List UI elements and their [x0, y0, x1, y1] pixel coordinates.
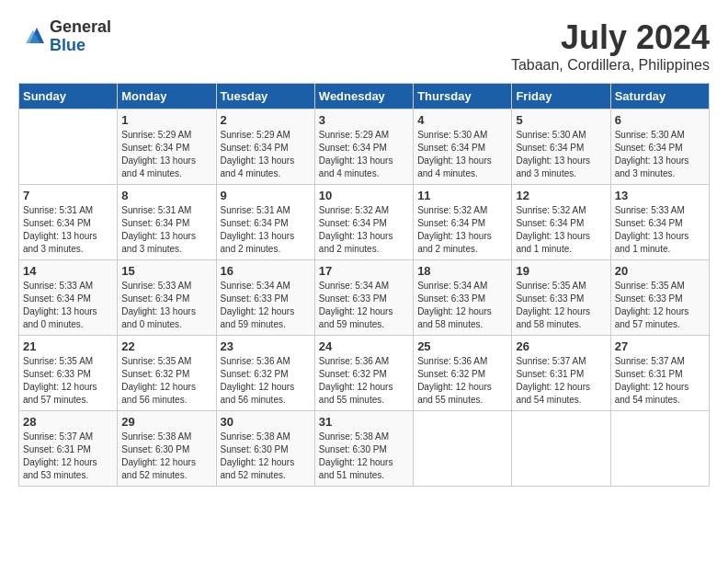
day-info: Sunrise: 5:29 AMSunset: 6:34 PMDaylight:…	[221, 129, 311, 180]
logo-icon	[18, 23, 46, 51]
page-header: General Blue July 2024 Tabaan, Cordiller…	[18, 18, 710, 74]
calendar-cell: 17Sunrise: 5:34 AMSunset: 6:33 PMDayligh…	[314, 260, 413, 336]
calendar-cell: 25Sunrise: 5:36 AMSunset: 6:32 PMDayligh…	[414, 336, 512, 411]
calendar-cell	[19, 109, 118, 185]
day-info: Sunrise: 5:37 AMSunset: 6:31 PMDaylight:…	[516, 355, 606, 407]
day-info: Sunrise: 5:30 AMSunset: 6:34 PMDaylight:…	[516, 129, 606, 180]
calendar-cell	[512, 411, 610, 487]
calendar-cell: 30Sunrise: 5:38 AMSunset: 6:30 PMDayligh…	[216, 411, 314, 487]
calendar-cell: 8Sunrise: 5:31 AMSunset: 6:34 PMDaylight…	[118, 185, 216, 260]
day-number: 10	[319, 189, 409, 202]
day-number: 6	[615, 113, 705, 127]
calendar-cell: 3Sunrise: 5:29 AMSunset: 6:34 PMDaylight…	[314, 109, 413, 185]
day-number: 22	[121, 339, 211, 353]
calendar-week-row: 14Sunrise: 5:33 AMSunset: 6:34 PMDayligh…	[19, 260, 710, 336]
calendar-cell: 5Sunrise: 5:30 AMSunset: 6:34 PMDaylight…	[512, 109, 610, 185]
calendar-week-row: 28Sunrise: 5:37 AMSunset: 6:31 PMDayligh…	[19, 411, 710, 487]
logo-text: General Blue	[50, 18, 111, 55]
day-number: 13	[615, 189, 705, 202]
day-info: Sunrise: 5:33 AMSunset: 6:34 PMDaylight:…	[23, 280, 113, 331]
day-info: Sunrise: 5:34 AMSunset: 6:33 PMDaylight:…	[417, 280, 507, 331]
calendar-table: Sunday Monday Tuesday Wednesday Thursday…	[18, 83, 710, 487]
calendar-cell: 22Sunrise: 5:35 AMSunset: 6:32 PMDayligh…	[118, 336, 216, 411]
calendar-cell: 4Sunrise: 5:30 AMSunset: 6:34 PMDaylight…	[414, 109, 512, 185]
day-number: 18	[417, 264, 507, 278]
day-info: Sunrise: 5:35 AMSunset: 6:32 PMDaylight:…	[121, 355, 211, 407]
day-info: Sunrise: 5:37 AMSunset: 6:31 PMDaylight:…	[23, 431, 113, 482]
day-number: 5	[516, 113, 606, 127]
day-number: 24	[319, 339, 409, 353]
calendar-cell: 9Sunrise: 5:31 AMSunset: 6:34 PMDaylight…	[216, 185, 314, 260]
col-friday: Friday	[512, 84, 610, 109]
calendar-cell	[414, 411, 512, 487]
day-info: Sunrise: 5:32 AMSunset: 6:34 PMDaylight:…	[516, 204, 606, 256]
day-number: 25	[417, 339, 507, 353]
day-info: Sunrise: 5:35 AMSunset: 6:33 PMDaylight:…	[615, 280, 705, 331]
day-number: 1	[121, 113, 211, 127]
day-info: Sunrise: 5:34 AMSunset: 6:33 PMDaylight:…	[319, 280, 409, 331]
calendar-cell: 16Sunrise: 5:34 AMSunset: 6:33 PMDayligh…	[216, 260, 314, 336]
day-info: Sunrise: 5:33 AMSunset: 6:34 PMDaylight:…	[121, 280, 211, 331]
day-number: 9	[221, 189, 311, 202]
day-info: Sunrise: 5:34 AMSunset: 6:33 PMDaylight:…	[221, 280, 311, 331]
day-info: Sunrise: 5:36 AMSunset: 6:32 PMDaylight:…	[221, 355, 311, 407]
col-sunday: Sunday	[19, 84, 118, 109]
calendar-cell: 19Sunrise: 5:35 AMSunset: 6:33 PMDayligh…	[512, 260, 610, 336]
day-info: Sunrise: 5:32 AMSunset: 6:34 PMDaylight:…	[417, 204, 507, 256]
calendar-cell: 2Sunrise: 5:29 AMSunset: 6:34 PMDaylight…	[216, 109, 314, 185]
day-info: Sunrise: 5:30 AMSunset: 6:34 PMDaylight:…	[417, 129, 507, 180]
calendar-cell: 13Sunrise: 5:33 AMSunset: 6:34 PMDayligh…	[610, 185, 709, 260]
day-number: 11	[417, 189, 507, 202]
day-number: 12	[516, 189, 606, 202]
day-number: 17	[319, 264, 409, 278]
calendar-cell: 23Sunrise: 5:36 AMSunset: 6:32 PMDayligh…	[216, 336, 314, 411]
calendar-body: 1Sunrise: 5:29 AMSunset: 6:34 PMDaylight…	[19, 109, 710, 487]
day-info: Sunrise: 5:37 AMSunset: 6:31 PMDaylight:…	[615, 355, 705, 407]
calendar-cell: 10Sunrise: 5:32 AMSunset: 6:34 PMDayligh…	[314, 185, 413, 260]
day-number: 29	[121, 415, 211, 429]
day-info: Sunrise: 5:30 AMSunset: 6:34 PMDaylight:…	[615, 129, 705, 180]
col-tuesday: Tuesday	[216, 84, 314, 109]
calendar-cell: 20Sunrise: 5:35 AMSunset: 6:33 PMDayligh…	[610, 260, 709, 336]
day-number: 8	[121, 189, 211, 202]
day-info: Sunrise: 5:33 AMSunset: 6:34 PMDaylight:…	[615, 204, 705, 256]
day-info: Sunrise: 5:38 AMSunset: 6:30 PMDaylight:…	[319, 431, 409, 482]
day-info: Sunrise: 5:36 AMSunset: 6:32 PMDaylight:…	[319, 355, 409, 407]
calendar-cell: 15Sunrise: 5:33 AMSunset: 6:34 PMDayligh…	[118, 260, 216, 336]
calendar-cell: 27Sunrise: 5:37 AMSunset: 6:31 PMDayligh…	[610, 336, 709, 411]
col-saturday: Saturday	[610, 84, 709, 109]
day-number: 4	[417, 113, 507, 127]
calendar-cell: 7Sunrise: 5:31 AMSunset: 6:34 PMDaylight…	[19, 185, 118, 260]
logo: General Blue	[18, 18, 111, 55]
month-year: July 2024	[511, 18, 710, 57]
day-info: Sunrise: 5:36 AMSunset: 6:32 PMDaylight:…	[417, 355, 507, 407]
calendar-week-row: 7Sunrise: 5:31 AMSunset: 6:34 PMDaylight…	[19, 185, 710, 260]
day-info: Sunrise: 5:35 AMSunset: 6:33 PMDaylight:…	[23, 355, 113, 407]
day-number: 19	[516, 264, 606, 278]
calendar-cell: 12Sunrise: 5:32 AMSunset: 6:34 PMDayligh…	[512, 185, 610, 260]
day-info: Sunrise: 5:32 AMSunset: 6:34 PMDaylight:…	[319, 204, 409, 256]
location: Tabaan, Cordillera, Philippines	[511, 57, 710, 74]
day-number: 21	[23, 339, 113, 353]
col-wednesday: Wednesday	[314, 84, 413, 109]
calendar-header-row: Sunday Monday Tuesday Wednesday Thursday…	[19, 84, 710, 109]
day-number: 7	[23, 189, 113, 202]
day-info: Sunrise: 5:31 AMSunset: 6:34 PMDaylight:…	[23, 204, 113, 256]
calendar-cell: 24Sunrise: 5:36 AMSunset: 6:32 PMDayligh…	[314, 336, 413, 411]
day-number: 28	[23, 415, 113, 429]
day-number: 14	[23, 264, 113, 278]
day-number: 26	[516, 339, 606, 353]
calendar-week-row: 1Sunrise: 5:29 AMSunset: 6:34 PMDaylight…	[19, 109, 710, 185]
day-info: Sunrise: 5:29 AMSunset: 6:34 PMDaylight:…	[121, 129, 211, 180]
day-number: 16	[221, 264, 311, 278]
day-number: 3	[319, 113, 409, 127]
calendar-cell: 6Sunrise: 5:30 AMSunset: 6:34 PMDaylight…	[610, 109, 709, 185]
calendar-cell: 18Sunrise: 5:34 AMSunset: 6:33 PMDayligh…	[414, 260, 512, 336]
day-number: 2	[221, 113, 311, 127]
day-info: Sunrise: 5:38 AMSunset: 6:30 PMDaylight:…	[221, 431, 311, 482]
calendar-cell: 1Sunrise: 5:29 AMSunset: 6:34 PMDaylight…	[118, 109, 216, 185]
calendar-cell: 31Sunrise: 5:38 AMSunset: 6:30 PMDayligh…	[314, 411, 413, 487]
day-number: 15	[121, 264, 211, 278]
day-number: 31	[319, 415, 409, 429]
calendar-cell: 21Sunrise: 5:35 AMSunset: 6:33 PMDayligh…	[19, 336, 118, 411]
